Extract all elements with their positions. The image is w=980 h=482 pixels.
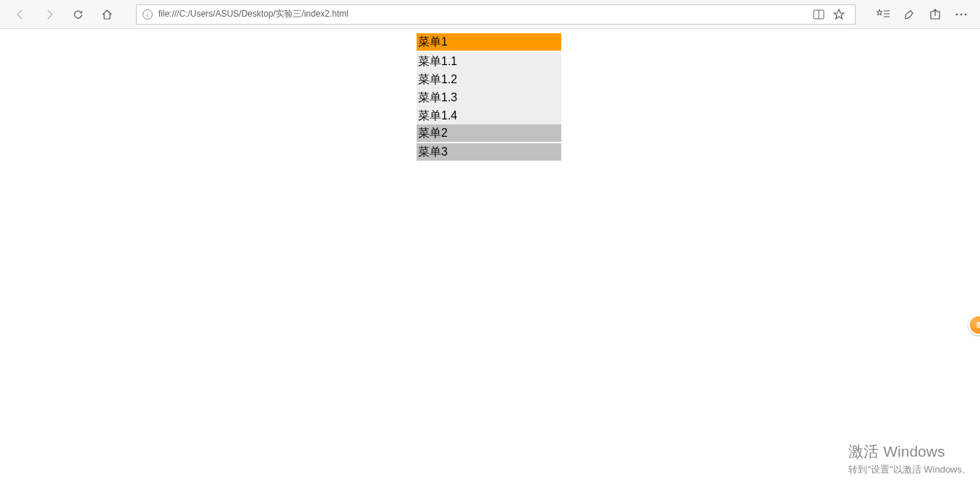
submenu-item-1-1[interactable]: 菜单1.1	[417, 52, 561, 70]
menu-label: 菜单1.3	[418, 91, 457, 103]
menu-label: 菜单1.2	[418, 73, 457, 85]
accordion-menu: 菜单1 菜单1.1 菜单1.2 菜单1.3 菜单1.4 菜单2 菜单3	[417, 33, 561, 162]
watermark-title: 激活 Windows	[848, 441, 971, 462]
menu-label: 菜单3	[418, 145, 448, 158]
windows-activation-watermark: 激活 Windows 转到"设置"以激活 Windows。	[848, 441, 971, 476]
notes-icon[interactable]	[896, 3, 922, 26]
menu-label: 菜单1	[418, 35, 448, 48]
svg-point-6	[960, 13, 963, 15]
reading-view-icon[interactable]	[809, 4, 829, 25]
home-button[interactable]	[95, 3, 119, 26]
submenu-item-1-3[interactable]: 菜单1.3	[417, 88, 561, 106]
info-icon[interactable]: i	[142, 9, 153, 20]
page-viewport: 菜单1 菜单1.1 菜单1.2 菜单1.3 菜单1.4 菜单2 菜单3 激活 W…	[0, 29, 980, 482]
address-bar[interactable]: i file:///C:/Users/ASUS/Desktop/实验三/inde…	[136, 4, 856, 25]
refresh-button[interactable]	[67, 3, 90, 26]
submenu-item-1-4[interactable]: 菜单1.4	[417, 106, 561, 124]
more-icon[interactable]	[948, 3, 974, 26]
browser-toolbar: i file:///C:/Users/ASUS/Desktop/实验三/inde…	[0, 0, 980, 29]
menu-item-1[interactable]: 菜单1	[417, 33, 561, 51]
submenu-item-1-2[interactable]: 菜单1.2	[417, 70, 561, 88]
menu-label: 菜单2	[418, 127, 448, 139]
favorites-list-icon[interactable]	[870, 3, 896, 26]
svg-point-5	[956, 13, 958, 15]
menu-label: 菜单1.1	[418, 55, 457, 67]
menu-item-2[interactable]: 菜单2	[417, 124, 561, 142]
menu-label: 菜单1.4	[418, 109, 457, 122]
badge-text: 8	[976, 321, 980, 329]
toolbar-right	[870, 3, 974, 26]
watermark-subtitle: 转到"设置"以激活 Windows。	[848, 463, 971, 476]
forward-button[interactable]	[38, 3, 61, 26]
favorite-star-icon[interactable]	[829, 4, 849, 25]
svg-point-7	[965, 13, 967, 15]
share-icon[interactable]	[922, 3, 948, 26]
floating-badge[interactable]: 8	[968, 315, 980, 335]
url-text: file:///C:/Users/ASUS/Desktop/实验三/index2…	[158, 8, 809, 20]
back-button[interactable]	[9, 3, 32, 26]
menu-item-3[interactable]: 菜单3	[417, 143, 561, 161]
